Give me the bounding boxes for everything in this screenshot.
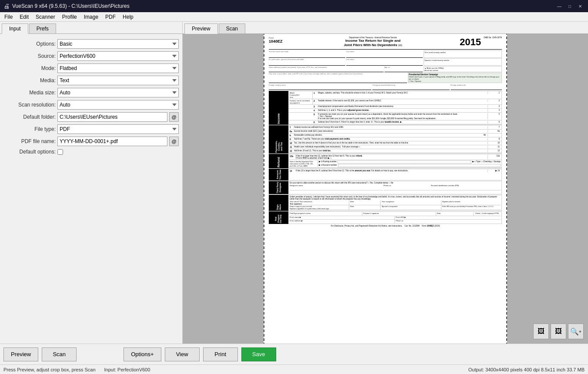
photo-icon-1[interactable]: 🖼 <box>533 324 549 339</box>
titlebar-title: VueScan 9 x64 (9.5.63) - C:\Users\IEUser… <box>12 3 130 9</box>
titlebar-controls: — □ ✕ <box>555 3 585 10</box>
tab-scan[interactable]: Scan <box>219 23 245 33</box>
file-type-label: File type: <box>3 126 56 132</box>
form-area: Options: Basic Standard Advanced Source:… <box>0 34 182 160</box>
menu-scanner[interactable]: Scanner <box>32 12 59 21</box>
left-tabs: Input Prefs <box>0 22 182 34</box>
minimize-button[interactable]: — <box>555 3 564 10</box>
menu-profile[interactable]: Profile <box>59 12 80 21</box>
status-left: Press Preview, adjust crop box, press Sc… <box>3 367 96 372</box>
file-type-control: PDF JPEG TIFF PNG <box>57 124 179 134</box>
default-options-checkbox[interactable] <box>57 149 63 155</box>
status-middle: Input: PerfectionV600 <box>104 367 150 372</box>
default-folder-at-button[interactable]: @ <box>169 112 179 122</box>
photo-icon-2[interactable]: 🖼 <box>551 324 566 339</box>
default-folder-label: Default folder: <box>3 114 56 120</box>
menu-pdf[interactable]: PDF <box>102 12 119 21</box>
default-options-control <box>57 149 179 155</box>
mode-control: Flatbed Transparency ADF <box>57 63 179 73</box>
pdf-file-name-control: @ <box>57 137 179 146</box>
menu-image[interactable]: Image <box>80 12 102 21</box>
options-row: Options: Basic Standard Advanced <box>3 39 179 49</box>
main-area: Input Prefs Options: Basic Standard Adva… <box>0 22 588 344</box>
media-size-row: Media size: Auto Letter Legal A4 <box>3 88 179 97</box>
tab-prefs[interactable]: Prefs <box>29 23 56 33</box>
close-button[interactable]: ✕ <box>576 3 585 10</box>
right-panel: Preview Scan Form 1040EZ Department of t… <box>183 22 588 344</box>
menu-help[interactable]: Help <box>119 12 137 21</box>
media-size-label: Media size: <box>3 90 56 96</box>
source-select[interactable]: PerfectionV600 <box>57 51 179 61</box>
menubar: File Edit Scanner Profile Image PDF Help <box>0 12 588 22</box>
preview-area: Form 1040EZ Department of the Treasury—I… <box>183 34 588 344</box>
bottom-toolbar: Preview Scan Options+ View Print Save <box>0 344 588 364</box>
mode-label: Mode: <box>3 65 56 71</box>
options-label: Options: <box>3 41 56 47</box>
file-type-row: File type: PDF JPEG TIFF PNG <box>3 124 179 134</box>
default-folder-control: @ <box>57 112 179 122</box>
tab-preview[interactable]: Preview <box>184 23 218 34</box>
zoom-in-icon[interactable]: 🔍+ <box>568 324 584 339</box>
titlebar-left: 🖨 VueScan 9 x64 (9.5.63) - C:\Users\IEUs… <box>3 3 130 10</box>
scan-resolution-label: Scan resolution: <box>3 102 56 108</box>
pdf-file-name-input[interactable] <box>57 137 167 146</box>
titlebar: 🖨 VueScan 9 x64 (9.5.63) - C:\Users\IEUs… <box>0 0 588 12</box>
pdf-file-name-label: PDF file name: <box>3 138 56 144</box>
preview-tabs: Preview Scan <box>183 22 588 34</box>
media-size-control: Auto Letter Legal A4 <box>57 88 179 97</box>
options-control: Basic Standard Advanced <box>57 39 179 49</box>
scan-resolution-control: Auto 75 150 300 600 1200 <box>57 100 179 110</box>
view-button[interactable]: View <box>165 347 200 361</box>
scan-resolution-row: Scan resolution: Auto 75 150 300 600 120… <box>3 100 179 110</box>
pdf-file-name-row: PDF file name: @ <box>3 137 179 146</box>
default-options-row: Default options: <box>3 149 179 155</box>
file-type-select[interactable]: PDF JPEG TIFF PNG <box>57 124 179 134</box>
options-plus-button[interactable]: Options+ <box>124 347 161 361</box>
preview-icons: 🖼 🖼 🔍+ <box>533 324 584 339</box>
media-row: Media: Text Photo Slide Film <box>3 76 179 85</box>
source-row: Source: PerfectionV600 <box>3 51 179 61</box>
maximize-button[interactable]: □ <box>565 3 574 10</box>
tax-form: Form 1040EZ Department of the Treasury—I… <box>264 34 506 344</box>
default-options-label: Default options: <box>3 149 56 155</box>
scan-button[interactable]: Scan <box>42 347 77 361</box>
media-control: Text Photo Slide Film <box>57 76 179 85</box>
source-control: PerfectionV600 <box>57 51 179 61</box>
save-button[interactable]: Save <box>241 347 276 361</box>
default-folder-row: Default folder: @ <box>3 112 179 122</box>
menu-edit[interactable]: Edit <box>16 12 32 21</box>
media-size-select[interactable]: Auto Letter Legal A4 <box>57 88 179 97</box>
media-label: Media: <box>3 77 56 83</box>
app-icon: 🖨 <box>3 3 10 10</box>
document-preview: Form 1040EZ Department of the Treasury—I… <box>264 34 507 344</box>
scan-resolution-select[interactable]: Auto 75 150 300 600 1200 <box>57 100 179 110</box>
mode-select[interactable]: Flatbed Transparency ADF <box>57 63 179 73</box>
status-right: Output: 3400x4400 pixels 400 dpi 8.5x11 … <box>468 367 585 372</box>
mode-row: Mode: Flatbed Transparency ADF <box>3 63 179 73</box>
menu-file[interactable]: File <box>1 12 16 21</box>
pdf-file-name-at-button[interactable]: @ <box>169 137 179 146</box>
tab-input[interactable]: Input <box>2 23 28 34</box>
options-select[interactable]: Basic Standard Advanced <box>57 39 179 49</box>
default-folder-input[interactable] <box>57 112 167 122</box>
left-panel: Input Prefs Options: Basic Standard Adva… <box>0 22 183 344</box>
source-label: Source: <box>3 53 56 59</box>
preview-button[interactable]: Preview <box>3 347 38 361</box>
media-select[interactable]: Text Photo Slide Film <box>57 76 179 85</box>
status-bar: Press Preview, adjust crop box, press Sc… <box>0 364 588 374</box>
print-button[interactable]: Print <box>203 347 238 361</box>
